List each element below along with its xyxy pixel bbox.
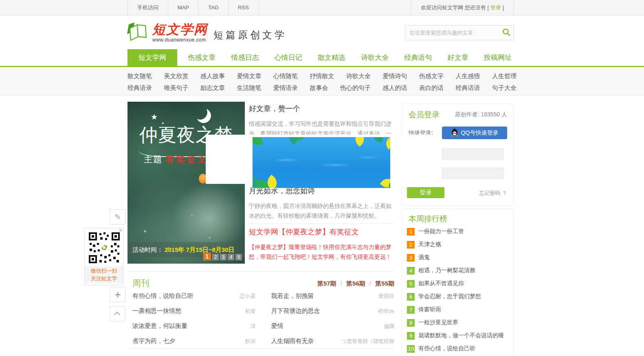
wechat-qr-box: × 微信扫一扫 关注短文学 <box>84 228 123 285</box>
rank-title: 如果从不曾遇见你 <box>418 280 464 287</box>
ranking-item[interactable]: 7 倚窗听雨 <box>407 306 511 314</box>
subnav-link[interactable]: 抒情散文 <box>310 72 334 81</box>
subnav-link[interactable]: 人生感悟 <box>456 72 480 81</box>
wechat-caption-line2: 关注短文学 <box>85 275 123 282</box>
login-button[interactable]: 登录 <box>407 187 444 198</box>
subnav-link[interactable]: 爱情语录 <box>273 83 298 92</box>
search-input[interactable] <box>405 30 499 36</box>
issue-56-link[interactable]: 第56期 <box>346 280 365 287</box>
login-link[interactable]: 登录 <box>490 4 501 11</box>
topbar-link-rss[interactable]: RSS <box>228 0 259 15</box>
forgot-password-link[interactable]: 忘记密码 ？ <box>479 190 507 197</box>
carousel-page-2[interactable]: 2 <box>212 254 219 260</box>
list-item: 人生烟雨有无奈 つ楚謦雁丽（随笔拒聊 <box>271 337 395 345</box>
weekly-article-link[interactable]: 我若走，别挽留 <box>271 292 314 300</box>
nav-item-good-articles[interactable]: 好文章 <box>443 49 473 66</box>
sub-nav: 散文随笔 美文欣赏 感人故事 爱情文章 心情随笔 抒情散文 诗歌大全 爱情诗句 … <box>0 68 644 96</box>
nav-item-sad-articles[interactable]: 伤感文章 <box>183 49 220 66</box>
weekly-article-author: 偏隅 <box>384 323 394 330</box>
weekly-article-link[interactable]: 一袭相思一抹情愁 <box>132 307 181 315</box>
weekly-article-link[interactable]: 人生烟雨有无奈 <box>271 337 314 345</box>
weekly-article-author: 默琛 <box>245 338 256 345</box>
subnav-link[interactable]: 爱情文章 <box>237 72 262 81</box>
carousel-page-3[interactable]: 3 <box>220 254 226 260</box>
nav-item-submit[interactable]: 投稿网址 <box>479 49 517 66</box>
subnav-link[interactable]: 伤心的句子 <box>340 83 371 92</box>
banner-ad[interactable] <box>253 137 390 188</box>
list-item: 浓浓爱意，何以衡量 漠 <box>132 322 256 330</box>
nav-item-emotion-diary[interactable]: 情感日志 <box>226 49 264 66</box>
weekly-ranking-box: 本周排行榜 1 一份能力一份工资 2 天津之殇 3 酒鬼 4 相遇，乃一树梨花清… <box>401 208 514 356</box>
subnav-link[interactable]: 感人故事 <box>200 72 225 81</box>
rank-title: 酒鬼 <box>418 254 430 261</box>
subnav-link[interactable]: 诗歌大全 <box>346 72 371 81</box>
nav-item-poetry[interactable]: 诗歌大全 <box>356 49 393 66</box>
ranking-item[interactable]: 5 如果从不曾遇见你 <box>407 280 511 288</box>
topbar-link-tag[interactable]: TAG <box>198 0 228 15</box>
site-tagline: 短篇原创文学 <box>213 28 287 41</box>
back-to-top-button[interactable] <box>110 306 125 321</box>
ranking-item[interactable]: 6 学会忍耐，忠于我们梦想 <box>407 293 511 301</box>
main-nav: 短文学网 伤感文章 情感日志 心情日记 散文精选 诗歌大全 经典语句 好文章 投… <box>0 49 644 67</box>
weekly-article-link[interactable]: 有些心情，说给自己听 <box>132 292 193 300</box>
subnav-link[interactable]: 感人的话 <box>383 83 407 92</box>
subnav-link[interactable]: 励志文章 <box>200 83 225 92</box>
ranking-item[interactable]: 3 酒鬼 <box>407 253 511 262</box>
subnav-link[interactable]: 美文欣赏 <box>164 72 189 81</box>
subnav-link[interactable]: 心情随笔 <box>273 72 298 81</box>
nav-item-prose[interactable]: 散文精选 <box>313 49 350 66</box>
ranking-item[interactable]: 9 就请默默地，做一个不会说话的哑 <box>407 332 511 340</box>
subnav-link[interactable]: 经典语录 <box>127 83 152 92</box>
subnav-link[interactable]: 表白的话 <box>419 83 444 92</box>
nav-item-mood-diary[interactable]: 心情日记 <box>270 49 307 66</box>
qq-login-label: QQ号快速登录 <box>461 129 499 137</box>
article-title[interactable]: 好文章，赞一个 <box>249 104 394 114</box>
password-field[interactable] <box>442 168 504 179</box>
carousel-subtitle-highlight: 有奖征文 <box>166 155 208 164</box>
carousel-page-5[interactable]: 5 <box>235 254 242 260</box>
subnav-link[interactable]: 经典话语 <box>456 83 480 92</box>
article-title[interactable]: 短文学网【仲夏夜之梦】有奖征文 <box>249 227 394 237</box>
leaf-icon <box>253 137 263 147</box>
topbar-link-mobile[interactable]: 手机访问 <box>127 0 168 15</box>
subnav-link[interactable]: 生活随笔 <box>237 83 262 92</box>
nav-item-classic-quotes[interactable]: 经典语句 <box>400 49 437 66</box>
weekly-article-link[interactable]: 月下荷塘边的思念 <box>271 307 320 315</box>
rank-badge: 7 <box>407 306 415 314</box>
site-logo[interactable]: 短文学网 www.duanwenxue.com <box>126 22 208 43</box>
issue-55-link[interactable]: 第55期 <box>375 280 394 287</box>
qq-login-button[interactable]: QQ号快速登录 <box>442 127 507 139</box>
ranking-item[interactable]: 8 一粒沙里见世界 <box>407 319 511 327</box>
weekly-article-author: 橙橙de <box>378 308 394 315</box>
subnav-link[interactable]: 人生哲理 <box>492 72 517 81</box>
subnav-link[interactable]: 故事会 <box>310 83 328 92</box>
rank-badge: 10 <box>407 345 415 353</box>
ranking-item[interactable]: 2 天津之殇 <box>407 240 511 249</box>
subnav-link[interactable]: 爱情诗句 <box>383 72 407 81</box>
subnav-link[interactable]: 伤感文字 <box>419 72 444 81</box>
subnav-link[interactable]: 句子大全 <box>492 83 517 92</box>
username-field[interactable] <box>442 149 504 160</box>
topbar-link-map[interactable]: MAP <box>168 0 198 15</box>
search-box <box>405 25 514 40</box>
ranking-item[interactable]: 1 一份能力一份工资 <box>407 227 511 236</box>
subnav-link[interactable]: 散文随笔 <box>127 72 152 81</box>
weekly-article-link[interactable]: 煮字为药，七夕 <box>132 337 175 345</box>
subnav-link[interactable]: 唯美句子 <box>164 83 189 92</box>
carousel-page-4[interactable]: 4 <box>228 254 234 260</box>
logo-text: 短文学网 www.duanwenxue.com <box>152 22 208 43</box>
issue-57-link[interactable]: 第57期 <box>317 280 336 287</box>
login-box-title: 会员登录 <box>409 109 440 120</box>
weekly-article-link[interactable]: 浓浓爱意，何以衡量 <box>132 322 187 330</box>
ranking-item[interactable]: 4 相遇，乃一树梨花清雅 <box>407 266 511 275</box>
search-button[interactable] <box>499 26 514 40</box>
ranking-item[interactable]: 10 有些心情，说给自己听 <box>407 345 511 353</box>
carousel-page-1[interactable]: 1 <box>203 253 211 260</box>
expand-button[interactable]: + <box>110 287 125 302</box>
nav-item-home[interactable]: 短文学网 <box>127 49 177 66</box>
write-button[interactable]: ✎ <box>110 209 125 225</box>
pencil-icon: ✎ <box>114 212 121 222</box>
rank-title: 一粒沙里见世界 <box>418 319 458 326</box>
issue-separator: / <box>338 280 345 287</box>
weekly-article-link[interactable]: 爱情 <box>271 322 284 330</box>
